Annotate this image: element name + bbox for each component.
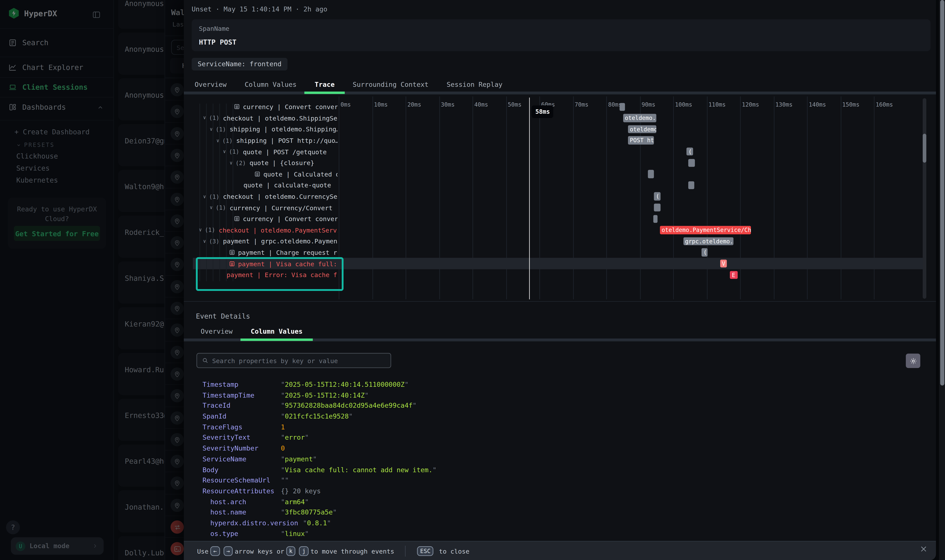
axis-tick: 20ms [407, 101, 421, 108]
trace-row[interactable]: quote | calculate-quote [193, 180, 338, 191]
property-row: host.arch"arm64" [202, 497, 918, 507]
property-key: SeverityText [202, 433, 281, 443]
property-key: ServiceName [202, 454, 281, 465]
properties-search-placeholder: Search properties by key or value [212, 357, 338, 364]
event-details-tab-column-values[interactable]: Column Values [251, 328, 303, 341]
property-value: 1 [281, 422, 285, 433]
span-name-panel: SpanName HTTP POST [191, 19, 930, 51]
span-bar[interactable]: ( [686, 148, 693, 155]
trace-row[interactable]: ∨(1)currency | Currency/Convert [193, 202, 338, 213]
trace-row[interactable]: payment | Charge request rec… [193, 247, 338, 258]
span-bar[interactable] [654, 203, 661, 212]
modal-footer: Use ←→ arrow keys or kj to move through … [184, 541, 936, 560]
property-row: ServiceName"payment" [202, 454, 918, 465]
span-bar[interactable]: oteldemo [628, 125, 657, 133]
trace-row-label: payment | Charge request rec… [238, 249, 338, 256]
trace-row[interactable]: quote | Calculated q… [193, 168, 338, 180]
axis-tick: 50ms [508, 101, 521, 108]
axis-tick: 90ms [641, 101, 655, 108]
span-bar[interactable]: oteldemo.PaymentService/Char [660, 226, 751, 234]
tab-label: Column Values [245, 81, 297, 89]
span-bar[interactable]: oteldemo. [623, 114, 657, 122]
time-cursor-line [529, 98, 530, 299]
trace-row[interactable]: currency | Convert convers… [193, 101, 338, 112]
trace-row[interactable]: ∨(1)checkout | oteldemo.PaymentServi… [193, 225, 338, 235]
tab-label: Overview [201, 328, 233, 335]
service-name-tag[interactable]: ServiceName: frontend [191, 58, 287, 70]
span-count: (2) [236, 160, 246, 166]
tab-label: Column Values [251, 328, 303, 335]
span-name-label: SpanName [199, 25, 230, 32]
property-row: SeverityText"error" [202, 433, 918, 443]
trace-row[interactable]: ∨(1)shipping | oteldemo.Shipping… [193, 124, 338, 135]
chevron-down-icon: ∨ [203, 194, 206, 199]
span-bar[interactable]: ( [654, 192, 661, 200]
property-value: {} 20 keys [281, 486, 321, 497]
window-scrollbar[interactable] [939, 0, 945, 560]
search-icon [202, 357, 208, 364]
event-details-title: Event Details [196, 312, 250, 320]
span-bar[interactable]: POST ht [628, 136, 654, 145]
trace-row[interactable]: ∨(1)checkout | oteldemo.CurrencySe… [193, 191, 338, 202]
tab-trace[interactable]: Trace [314, 81, 335, 94]
trace-row-label: shipping | POST http://quo… [236, 137, 338, 144]
property-value: Visa cache full: cannot add new item. [285, 465, 433, 475]
footer-use: Use [197, 547, 208, 554]
span-bar[interactable]: V [720, 260, 727, 268]
trace-detail-modal: Unset · May 15 1:40:14 PM · 2h ago SpanN… [184, 0, 936, 560]
letter-keycap: j [299, 546, 309, 556]
chevron-down-icon: ∨ [203, 115, 206, 121]
properties-search-input[interactable]: Search properties by key or value [196, 353, 391, 368]
tab-track [184, 91, 936, 94]
property-key: SeverityNumber [202, 443, 281, 454]
trace-row[interactable]: ∨(3)payment | grpc.oteldemo.Paymen… [193, 235, 338, 247]
property-row: SeverityNumber0 [202, 443, 918, 454]
property-key: Body [202, 465, 281, 475]
property-key: ResourceSchemaUrl [202, 475, 281, 486]
axis-tick: 120ms [742, 101, 759, 108]
axis-tick: 100ms [675, 101, 692, 108]
span-count: (1) [209, 193, 219, 200]
divider [405, 545, 405, 556]
settings-button[interactable] [906, 354, 920, 368]
divider [184, 301, 936, 302]
span-bar[interactable] [648, 170, 654, 178]
property-value: 0 [281, 443, 285, 454]
tab-label: Overview [195, 81, 227, 89]
trace-row[interactable]: ∨(1)checkout | oteldemo.ShippingSe… [193, 112, 338, 124]
property-value: 0.8.1 [307, 518, 327, 529]
trace-row[interactable]: ∨(1)shipping | POST http://quo… [193, 135, 338, 146]
property-key: Timestamp [202, 379, 281, 390]
axis-tick: 130ms [775, 101, 792, 108]
span-bar[interactable]: ( [702, 248, 708, 257]
axis-tick: 70ms [575, 101, 589, 108]
span-count: (1) [209, 115, 219, 121]
trace-scrollbar[interactable] [923, 98, 927, 299]
trace-row[interactable]: ∨(1)quote | POST /getquote [193, 146, 338, 157]
span-bar[interactable]: E [730, 271, 738, 279]
span-bar[interactable] [620, 103, 625, 111]
property-key: SpanId [202, 411, 281, 422]
span-bar[interactable]: grpc.oteldemo. [683, 237, 734, 245]
chevron-down-icon: ∨ [210, 126, 213, 132]
span-bar[interactable] [653, 215, 657, 223]
chevron-down-icon: ∨ [203, 238, 206, 244]
chevron-down-icon: ∨ [216, 138, 219, 143]
trace-row-label: checkout | oteldemo.ShippingSe… [223, 114, 338, 122]
close-icon[interactable] [920, 545, 927, 553]
span-bar[interactable] [688, 181, 694, 189]
footer-arrow-text: arrow keys or [235, 547, 284, 554]
property-value: payment [285, 454, 313, 465]
annotation-highlight-box [196, 257, 344, 291]
trace-row[interactable]: ∨(2)quote | {closure} [193, 157, 338, 168]
chevron-down-icon: ∨ [210, 205, 213, 210]
property-key: TraceId [202, 401, 281, 411]
log-event-icon [254, 171, 261, 177]
log-event-icon [229, 249, 235, 255]
property-value: arm64 [285, 497, 305, 507]
axis-tick: 110ms [708, 101, 726, 108]
property-key: ResourceAttributes [202, 486, 281, 497]
trace-row[interactable]: currency | Convert convers… [193, 213, 338, 225]
span-name-value: HTTP POST [199, 38, 237, 46]
span-bar[interactable] [688, 159, 695, 167]
